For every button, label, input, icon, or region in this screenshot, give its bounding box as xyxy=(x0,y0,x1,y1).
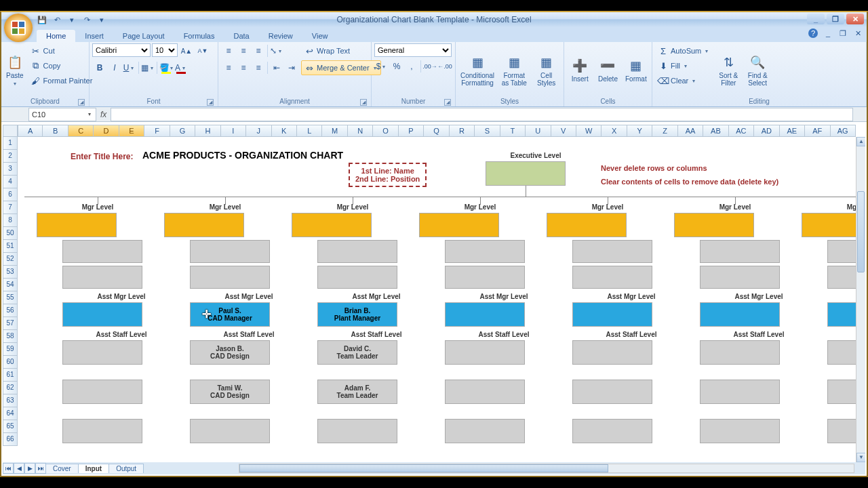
sort-filter-button[interactable]: ⇅Sort & Filter xyxy=(715,43,742,97)
col-R[interactable]: R xyxy=(450,125,475,137)
col-AD[interactable]: AD xyxy=(754,125,779,137)
align-left-button[interactable]: ≡ xyxy=(221,60,236,75)
col-V[interactable]: V xyxy=(551,125,576,137)
asstmgr-box[interactable]: Brian B.Plant Manager xyxy=(317,302,397,327)
align-bottom-button[interactable]: ≡ xyxy=(251,43,266,58)
asststaff-box[interactable] xyxy=(317,419,397,443)
col-K[interactable]: K xyxy=(272,125,297,137)
col-W[interactable]: W xyxy=(576,125,601,137)
mgr-box[interactable] xyxy=(164,213,244,237)
col-B[interactable]: B xyxy=(43,125,68,137)
row-7[interactable]: 7 xyxy=(3,201,18,214)
doc-restore[interactable]: ❐ xyxy=(838,28,848,38)
comma-button[interactable]: , xyxy=(404,59,419,74)
delete-cells-button[interactable]: ➖Delete xyxy=(595,43,620,97)
doc-close[interactable]: ✕ xyxy=(853,28,863,38)
col-G[interactable]: G xyxy=(170,125,195,137)
sheet-tab-cover[interactable]: Cover xyxy=(45,464,79,473)
increase-indent-button[interactable]: ⇥ xyxy=(284,60,299,75)
font-name-select[interactable]: Calibri xyxy=(92,43,151,57)
staff-box[interactable] xyxy=(62,240,142,263)
asststaff-box[interactable] xyxy=(572,380,652,404)
mgr-box[interactable] xyxy=(674,213,754,237)
col-H[interactable]: H xyxy=(195,125,220,137)
asststaff-box[interactable]: David C.Team Leader xyxy=(317,340,397,365)
row-52[interactable]: 52 xyxy=(3,253,18,266)
insert-cells-button[interactable]: ➕Insert xyxy=(567,43,593,97)
shrink-font-button[interactable]: A▼ xyxy=(195,43,210,58)
mgr-box[interactable] xyxy=(292,213,372,237)
sheet-tab-input[interactable]: Input xyxy=(78,464,109,473)
asstmgr-box[interactable] xyxy=(572,302,652,327)
percent-button[interactable]: % xyxy=(389,59,404,74)
font-dialog-launcher[interactable]: ◢ xyxy=(207,99,214,106)
col-I[interactable]: I xyxy=(221,125,246,137)
col-F[interactable]: F xyxy=(144,125,170,137)
alignment-dialog-launcher[interactable]: ◢ xyxy=(360,99,367,106)
row-1[interactable]: 1 xyxy=(3,137,18,150)
tab-nav-last[interactable]: ⏭ xyxy=(35,463,46,474)
row-2[interactable]: 2 xyxy=(3,150,18,163)
formula-bar[interactable] xyxy=(111,108,853,121)
row-64[interactable]: 64 xyxy=(3,407,18,420)
window-minimize[interactable]: _ xyxy=(807,14,825,24)
autosum-button[interactable]: ΣAutoSum▾ xyxy=(655,43,713,58)
row-53[interactable]: 53 xyxy=(3,266,18,279)
underline-button[interactable]: U▾ xyxy=(122,60,137,75)
col-T[interactable]: T xyxy=(500,125,526,137)
row-50[interactable]: 50 xyxy=(3,227,18,240)
select-all-cell[interactable] xyxy=(3,125,18,137)
sheet-tab-output[interactable]: Output xyxy=(108,464,144,473)
tab-review[interactable]: Review xyxy=(259,30,302,42)
exec-box[interactable] xyxy=(486,161,566,186)
staff-box[interactable] xyxy=(317,240,397,263)
format-cells-button[interactable]: ▦Format xyxy=(623,43,649,97)
staff-box[interactable] xyxy=(190,240,270,263)
orientation-button[interactable]: ⤡▾ xyxy=(269,43,284,58)
col-C[interactable]: C xyxy=(68,125,94,137)
row-54[interactable]: 54 xyxy=(3,279,18,291)
office-button[interactable] xyxy=(4,14,33,42)
border-button[interactable]: ▦▾ xyxy=(140,60,155,75)
tab-formulas[interactable]: Formulas xyxy=(174,30,224,42)
tab-data[interactable]: Data xyxy=(224,30,258,42)
align-middle-button[interactable]: ≡ xyxy=(236,43,251,58)
conditional-formatting-button[interactable]: ▦Conditional Formatting xyxy=(458,43,496,97)
window-close[interactable]: ✕ xyxy=(846,14,864,24)
asststaff-box[interactable] xyxy=(445,380,525,404)
staff-box[interactable] xyxy=(62,266,142,289)
asststaff-box[interactable] xyxy=(572,340,652,365)
align-right-button[interactable]: ≡ xyxy=(251,60,266,75)
qat-customize-dd[interactable]: ▾ xyxy=(96,14,107,25)
increase-decimal-button[interactable]: .00→ xyxy=(422,59,437,74)
horizontal-scrollbar[interactable] xyxy=(239,464,854,473)
qat-undo-dd[interactable]: ▾ xyxy=(66,14,77,25)
col-L[interactable]: L xyxy=(297,125,322,137)
paste-button[interactable]: 📋 Paste ▾ xyxy=(4,43,26,97)
col-AB[interactable]: AB xyxy=(703,125,728,137)
grow-font-button[interactable]: A▲ xyxy=(179,43,194,58)
bold-button[interactable]: B xyxy=(92,60,107,75)
window-restore[interactable]: ❐ xyxy=(827,14,844,24)
col-N[interactable]: N xyxy=(348,125,373,137)
col-AG[interactable]: AG xyxy=(831,125,856,137)
doc-minimize[interactable]: _ xyxy=(823,28,833,38)
row-63[interactable]: 63 xyxy=(3,394,18,407)
asstmgr-box[interactable] xyxy=(445,302,525,327)
qat-save-icon[interactable]: 💾 xyxy=(37,14,47,25)
col-M[interactable]: M xyxy=(322,125,347,137)
format-painter-button[interactable]: 🖌Format Painter xyxy=(28,73,96,88)
row-59[interactable]: 59 xyxy=(3,343,18,356)
chart-title[interactable]: ACME PRODUCTS - ORGANIZATION CHART xyxy=(142,150,343,161)
col-AE[interactable]: AE xyxy=(780,125,805,137)
font-size-select[interactable]: 10 xyxy=(152,43,178,57)
fill-color-button[interactable]: 🪣▾ xyxy=(159,60,174,75)
name-box[interactable]: C10▾ xyxy=(28,108,96,121)
tab-pagelayout[interactable]: Page Layout xyxy=(113,30,174,42)
qat-undo-icon[interactable]: ↶ xyxy=(52,14,62,25)
column-headers[interactable]: ABCDEFGHIJKLMNOPQRSTUVWXYZAAABACADAEAFAG xyxy=(18,125,856,137)
asststaff-box[interactable] xyxy=(62,419,142,443)
col-Q[interactable]: Q xyxy=(424,125,449,137)
asststaff-box[interactable]: Jason B.CAD Design xyxy=(190,340,270,365)
staff-box[interactable] xyxy=(700,266,780,289)
